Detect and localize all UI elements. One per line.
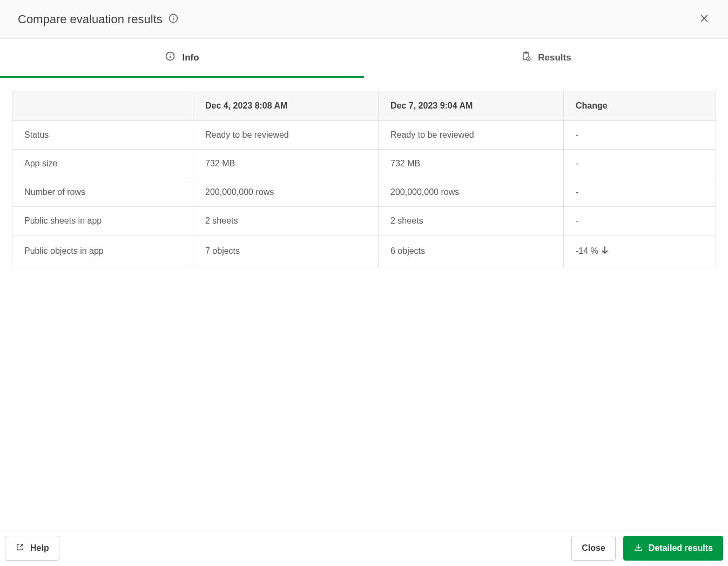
tab-results-label: Results [538, 52, 571, 63]
help-button-label: Help [30, 543, 49, 553]
info-icon[interactable] [168, 13, 179, 26]
table-row: Public objects in app7 objects6 objects-… [12, 235, 716, 267]
row-label: Status [12, 121, 193, 150]
row-value-b: 732 MB [379, 150, 564, 178]
row-value-b: Ready to be reviewed [379, 121, 564, 150]
download-icon [633, 542, 643, 554]
row-change: - [564, 207, 716, 235]
footer-right: Close Detailed results [571, 536, 723, 561]
row-change-value: - [576, 130, 578, 140]
table-row: Public sheets in app2 sheets2 sheets- [12, 207, 716, 235]
row-change-value: - [576, 216, 578, 226]
close-button[interactable]: Close [571, 536, 616, 561]
dialog-title: Compare evaluation results [18, 12, 163, 26]
close-button-label: Close [582, 543, 605, 553]
table-row: StatusReady to be reviewedReady to be re… [12, 121, 716, 150]
arrow-down-icon [599, 245, 610, 258]
row-change: - [564, 121, 716, 150]
help-button[interactable]: Help [5, 536, 59, 561]
row-change: - [564, 150, 716, 178]
table-row: Number of rows200,000,000 rows200,000,00… [12, 178, 716, 207]
close-icon [699, 13, 710, 25]
tab-info-label: Info [182, 52, 199, 63]
content-area: Dec 4, 2023 8:08 AM Dec 7, 2023 9:04 AM … [0, 78, 728, 530]
row-value-a: 7 objects [193, 235, 379, 267]
row-change-value: - [576, 159, 578, 169]
row-value-a: 2 sheets [193, 207, 379, 235]
compare-table: Dec 4, 2023 8:08 AM Dec 7, 2023 9:04 AM … [12, 91, 716, 267]
row-label: Number of rows [12, 178, 193, 207]
close-icon-button[interactable] [697, 11, 712, 28]
dialog-footer: Help Close Detailed results [0, 530, 728, 566]
row-value-b: 200,000,000 rows [379, 178, 564, 207]
svg-point-7 [170, 54, 171, 55]
table-header-empty [12, 91, 193, 121]
row-label: Public sheets in app [12, 207, 193, 235]
row-label: Public objects in app [12, 235, 193, 267]
table-header-b: Dec 7, 2023 9:04 AM [379, 91, 564, 121]
dialog-header: Compare evaluation results [0, 0, 728, 39]
external-link-icon [15, 542, 25, 554]
tab-results[interactable]: Results [364, 39, 728, 78]
detailed-results-button[interactable]: Detailed results [623, 536, 723, 561]
row-change-value: -14 % [576, 246, 598, 256]
table-header-row: Dec 4, 2023 8:08 AM Dec 7, 2023 9:04 AM … [12, 91, 716, 121]
row-change-value: - [576, 187, 578, 197]
tab-info[interactable]: Info [0, 39, 364, 78]
row-value-a: 200,000,000 rows [193, 178, 379, 207]
row-value-b: 6 objects [379, 235, 564, 267]
table-row: App size732 MB732 MB- [12, 150, 716, 178]
info-icon [165, 51, 176, 64]
dialog-title-wrap: Compare evaluation results [18, 12, 179, 26]
table-header-change: Change [564, 91, 716, 121]
row-value-a: 732 MB [193, 150, 379, 178]
row-value-a: Ready to be reviewed [193, 121, 379, 150]
svg-line-12 [20, 544, 23, 547]
svg-point-2 [173, 16, 173, 17]
detailed-results-label: Detailed results [649, 543, 713, 553]
row-label: App size [12, 150, 193, 178]
row-value-b: 2 sheets [379, 207, 564, 235]
clipboard-check-icon [521, 51, 531, 64]
tabs: Info Results [0, 39, 728, 78]
row-change: -14 % [564, 235, 716, 267]
table-header-a: Dec 4, 2023 8:08 AM [193, 91, 379, 121]
row-change: - [564, 178, 716, 207]
